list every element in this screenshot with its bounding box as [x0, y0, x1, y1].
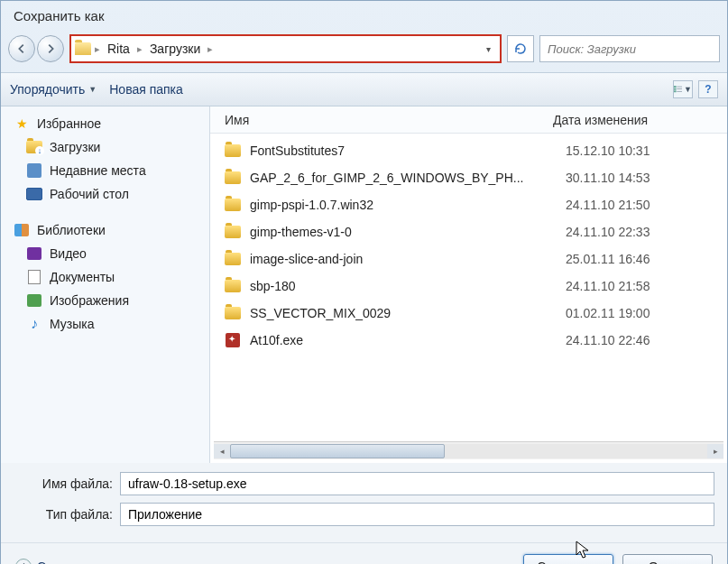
filetype-label: Тип файла:	[14, 507, 120, 522]
folder-icon	[225, 197, 241, 213]
file-name: SS_VECTOR_MIX_0029	[250, 306, 566, 320]
filename-panel: Имя файла: Тип файла: Приложение	[1, 463, 727, 542]
file-name: gimp-pspi-1.0.7.win32	[250, 198, 566, 212]
file-row[interactable]: image-slice-and-join25.01.11 16:46	[210, 245, 727, 273]
file-name: gimp-themes-v1-0	[250, 225, 566, 239]
chevron-down-icon: ▼	[88, 85, 97, 94]
sidebar-favorites[interactable]: ★ Избранное	[1, 112, 209, 135]
scroll-right-icon[interactable]: ▸	[707, 444, 723, 458]
file-date: 01.02.11 19:00	[566, 306, 650, 320]
file-row[interactable]: SS_VECTOR_MIX_002901.02.11 19:00	[210, 300, 727, 327]
sidebar-documents[interactable]: Документы	[1, 265, 209, 289]
svg-rect-1	[674, 88, 677, 90]
file-date: 15.12.10 10:31	[566, 143, 650, 158]
horizontal-scrollbar[interactable]: ◂ ▸	[214, 441, 723, 459]
file-name: image-slice-and-join	[250, 252, 566, 266]
arrow-right-icon	[44, 42, 57, 55]
desktop-icon	[26, 188, 42, 200]
file-date: 24.11.10 21:50	[566, 198, 650, 212]
file-list-area: Имя Дата изменения FontSubstitutes715.12…	[210, 106, 727, 463]
dialog-footer: ˄ Скрыть папки Сохранить Отмен	[1, 542, 727, 564]
file-name: sbp-180	[250, 279, 566, 293]
sidebar-music[interactable]: ♪ Музыка	[1, 312, 209, 336]
libraries-icon	[14, 224, 29, 236]
help-button[interactable]: ?	[698, 80, 718, 98]
scroll-left-icon[interactable]: ◂	[214, 444, 230, 458]
file-date: 24.11.10 22:33	[566, 225, 650, 239]
downloads-icon	[26, 141, 42, 153]
scroll-thumb[interactable]	[230, 444, 445, 458]
organize-button[interactable]: Упорядочить ▼	[10, 82, 97, 97]
file-row[interactable]: At10f.exe24.11.10 22:46	[210, 327, 727, 354]
nav-bar: ▸ Rita ▸ Загрузки ▸ ▾	[1, 31, 727, 67]
folder-icon	[225, 305, 241, 321]
save-button[interactable]: Сохранить	[523, 554, 613, 564]
sidebar-recent[interactable]: Недавние места	[1, 159, 209, 182]
file-row[interactable]: gimp-pspi-1.0.7.win3224.11.10 21:50	[210, 191, 727, 218]
file-row[interactable]: FontSubstitutes715.12.10 10:31	[210, 137, 727, 164]
filename-label: Имя файла:	[14, 476, 120, 491]
list-view-icon	[674, 84, 682, 95]
svg-rect-5	[677, 91, 682, 92]
forward-button[interactable]	[37, 35, 64, 62]
breadcrumb-segment[interactable]: Rita	[104, 42, 134, 56]
column-name[interactable]: Имя	[219, 113, 553, 127]
file-row[interactable]: gimp-themes-v1-024.11.10 22:33	[210, 218, 727, 245]
new-folder-button[interactable]: Новая папка	[109, 82, 183, 97]
file-name: At10f.exe	[250, 333, 566, 347]
search-input[interactable]	[548, 42, 712, 56]
arrow-left-icon	[15, 42, 28, 55]
recent-icon	[27, 163, 41, 178]
sidebar-desktop[interactable]: Рабочий стол	[1, 182, 209, 206]
hide-folders-button[interactable]: ˄ Скрыть папки	[15, 559, 117, 564]
folder-icon	[225, 278, 241, 294]
view-mode-button[interactable]: ▼	[673, 80, 693, 98]
column-date[interactable]: Дата изменения	[553, 113, 727, 127]
file-date: 24.11.10 21:58	[566, 279, 650, 293]
document-icon	[28, 270, 41, 284]
file-date: 24.11.10 22:46	[566, 333, 650, 347]
folder-icon	[225, 224, 241, 240]
exe-icon	[225, 332, 241, 348]
save-as-dialog: Сохранить как ▸ Rita ▸ Загрузки ▸ ▾	[0, 0, 728, 564]
music-icon: ♪	[26, 316, 42, 332]
file-date: 25.01.11 16:46	[566, 252, 650, 266]
folder-icon	[75, 42, 91, 55]
back-button[interactable]	[8, 35, 35, 62]
svg-rect-3	[677, 87, 682, 88]
sidebar: ★ Избранное Загрузки Недавние места Рабо…	[1, 106, 210, 463]
file-name: GAP_2_6_for_GIMP_2_6_WINDOWS_BY_PH...	[250, 171, 566, 185]
file-list[interactable]: FontSubstitutes715.12.10 10:31GAP_2_6_fo…	[210, 134, 727, 441]
svg-rect-4	[677, 88, 682, 89]
folder-icon	[225, 143, 241, 159]
video-icon	[27, 247, 41, 260]
filetype-combo[interactable]: Приложение	[120, 503, 714, 526]
breadcrumb-segment[interactable]: Загрузки	[146, 42, 204, 56]
file-name: FontSubstitutes7	[250, 143, 566, 158]
svg-rect-2	[674, 90, 677, 92]
pictures-icon	[27, 294, 41, 307]
folder-icon	[225, 251, 241, 267]
address-dropdown-icon[interactable]: ▾	[481, 44, 496, 54]
sidebar-pictures[interactable]: Изображения	[1, 289, 209, 312]
chevron-right-icon: ▸	[207, 43, 213, 55]
toolbar: Упорядочить ▼ Новая папка ▼ ?	[1, 72, 727, 106]
chevron-down-icon: ▼	[684, 85, 692, 94]
filename-input[interactable]	[120, 472, 714, 495]
sidebar-libraries[interactable]: Библиотеки	[1, 218, 209, 242]
window-title: Сохранить как	[1, 1, 727, 31]
help-icon: ?	[705, 83, 711, 96]
sidebar-downloads[interactable]: Загрузки	[1, 135, 209, 159]
sidebar-videos[interactable]: Видео	[1, 242, 209, 265]
refresh-button[interactable]	[507, 35, 534, 62]
column-headers: Имя Дата изменения	[210, 106, 727, 134]
file-row[interactable]: GAP_2_6_for_GIMP_2_6_WINDOWS_BY_PH...30.…	[210, 164, 727, 191]
svg-rect-0	[674, 86, 677, 88]
cancel-button[interactable]: Отмен	[622, 554, 713, 564]
file-date: 30.11.10 14:53	[566, 171, 650, 185]
address-bar[interactable]: ▸ Rita ▸ Загрузки ▸ ▾	[69, 34, 502, 63]
search-box[interactable]	[539, 35, 720, 62]
chevron-right-icon: ▸	[95, 43, 100, 55]
refresh-icon	[513, 42, 528, 56]
file-row[interactable]: sbp-18024.11.10 21:58	[210, 273, 727, 300]
